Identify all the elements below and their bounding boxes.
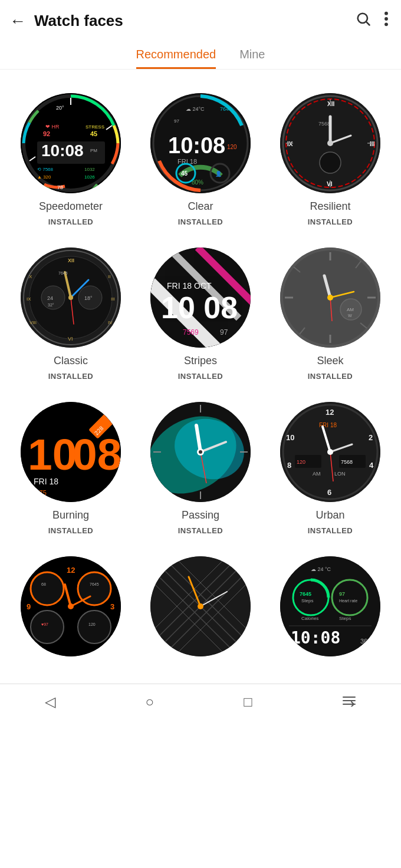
- watch-face-r4: 12 9 3 68 7645 ♥97 120: [21, 556, 121, 656]
- watch-item-urban[interactable]: 12 10 2 8 4 6 FRI 18 120 7568 AM LON: [265, 390, 395, 544]
- svg-text:♥ 75: ♥ 75: [34, 489, 47, 496]
- svg-text:♥97: ♥97: [41, 622, 48, 626]
- watch-face-burning: 10 08 228 FRI 18 ♥ 75: [21, 402, 121, 502]
- svg-text:18°: 18°: [84, 295, 93, 301]
- watch-item-resilient[interactable]: XII III VI IX 7568 AM LON: [265, 81, 395, 236]
- more-options-icon[interactable]: [383, 11, 389, 31]
- svg-text:10: 10: [286, 433, 294, 442]
- svg-text:VIII: VIII: [29, 320, 37, 325]
- svg-point-2: [384, 12, 388, 15]
- svg-text:7645: 7645: [58, 271, 68, 275]
- tab-mine[interactable]: Mine: [239, 48, 265, 69]
- svg-text:97: 97: [339, 591, 345, 597]
- watch-face-r6: ☁ 24 °C 7645 Steps 97 Heart rate Calorie…: [280, 556, 380, 656]
- watch-face-stripes: FRI 18 OCT 10 08 7569 97: [150, 247, 251, 348]
- svg-point-73: [68, 295, 73, 300]
- watch-item-sleek[interactable]: AM W Sleek INSTALLED: [265, 236, 395, 390]
- svg-point-4: [384, 22, 388, 26]
- svg-text:VI: VI: [68, 336, 73, 342]
- svg-text:10 08: 10 08: [161, 291, 238, 325]
- svg-text:10:08: 10:08: [168, 133, 225, 158]
- watch-status-speedometer: INSTALLED: [48, 217, 93, 226]
- svg-point-145: [78, 610, 111, 643]
- svg-text:97: 97: [220, 328, 228, 336]
- svg-text:W: W: [348, 313, 352, 318]
- watch-name-passing: Passing: [182, 509, 219, 522]
- svg-text:LON: LON: [334, 471, 346, 477]
- svg-point-140: [327, 449, 333, 455]
- svg-text:1032: 1032: [84, 167, 95, 172]
- svg-text:IX: IX: [287, 141, 293, 147]
- svg-text:X: X: [29, 274, 32, 279]
- svg-point-176: [332, 580, 367, 615]
- tab-bar: Recommended Mine: [0, 42, 401, 70]
- search-icon[interactable]: [355, 11, 372, 31]
- svg-text:10: 10: [28, 430, 77, 479]
- svg-point-53: [320, 152, 341, 173]
- svg-text:☁ 24 °C: ☁ 24 °C: [311, 566, 331, 572]
- svg-text:7645: 7645: [300, 591, 311, 597]
- svg-text:36: 36: [360, 638, 367, 645]
- svg-text:7568: 7568: [318, 121, 330, 127]
- watch-face-clear: 80% ☁ 24°C 7645 97 10:08 FRI 18 120 45 👤: [150, 93, 251, 193]
- svg-text:⟲ 7568: ⟲ 7568: [37, 167, 54, 172]
- svg-text:68: 68: [41, 582, 46, 586]
- watch-item-r4[interactable]: 12 9 3 68 7645 ♥97 120: [6, 544, 136, 678]
- watch-face-r5: [150, 556, 251, 656]
- svg-text:Steps: Steps: [339, 616, 351, 621]
- svg-text:1026: 1026: [84, 174, 95, 180]
- bottom-navigation: ◁ ○ □: [0, 684, 401, 720]
- svg-text:120: 120: [297, 459, 305, 465]
- watch-item-stripes[interactable]: FRI 18 OCT 10 08 7569 97 Stripes INSTALL…: [136, 236, 265, 390]
- svg-text:97: 97: [174, 118, 179, 124]
- watch-status-sleek: INSTALLED: [308, 372, 353, 381]
- svg-point-97: [327, 295, 333, 301]
- header-actions: [355, 11, 389, 31]
- svg-point-3: [384, 17, 388, 21]
- svg-text:120: 120: [88, 622, 96, 626]
- svg-text:10:08: 10:08: [41, 141, 84, 160]
- svg-text:120: 120: [227, 144, 237, 150]
- watch-item-speedometer[interactable]: ❤ HR 92 STRESS 45 10:08 PM ⟲ 7568 ▲ 320 …: [6, 81, 136, 236]
- watch-face-passing: [150, 402, 251, 502]
- svg-text:PM: PM: [90, 148, 97, 153]
- svg-text:6: 6: [327, 488, 331, 497]
- watch-item-r6[interactable]: ☁ 24 °C 7645 Steps 97 Heart rate Calorie…: [265, 544, 395, 678]
- svg-point-52: [327, 140, 333, 146]
- nav-home-icon[interactable]: ○: [145, 694, 154, 710]
- svg-text:12: 12: [326, 408, 334, 417]
- watch-status-passing: INSTALLED: [178, 526, 223, 535]
- svg-text:☁ 24°C: ☁ 24°C: [186, 106, 205, 112]
- nav-extra-icon[interactable]: [342, 694, 356, 710]
- svg-text:92: 92: [43, 130, 50, 137]
- svg-text:FRI 18 OCT: FRI 18 OCT: [167, 281, 212, 291]
- svg-point-170: [198, 603, 203, 609]
- watch-face-classic: XII II III IV VI VIII IX X 24 18° 32°: [21, 247, 121, 348]
- nav-recent-icon[interactable]: □: [244, 694, 252, 710]
- svg-text:IX: IX: [27, 296, 31, 302]
- watch-item-passing[interactable]: Passing INSTALLED: [136, 390, 265, 544]
- svg-text:AM: AM: [313, 471, 321, 477]
- watch-name-sleek: Sleek: [317, 355, 343, 367]
- svg-text:II: II: [108, 274, 110, 279]
- watch-faces-grid: ❤ HR 92 STRESS 45 10:08 PM ⟲ 7568 ▲ 320 …: [0, 75, 401, 678]
- svg-text:32°: 32°: [48, 303, 54, 307]
- svg-text:FRI 18: FRI 18: [34, 477, 58, 486]
- tab-recommended[interactable]: Recommended: [136, 48, 216, 69]
- watch-status-urban: INSTALLED: [308, 526, 353, 535]
- watch-item-r5[interactable]: [136, 544, 265, 678]
- svg-text:7645: 7645: [90, 582, 99, 586]
- svg-text:XII: XII: [68, 258, 74, 263]
- svg-text:Steps: Steps: [301, 598, 313, 603]
- watch-item-clear[interactable]: 80% ☁ 24°C 7645 97 10:08 FRI 18 120 45 👤…: [136, 81, 265, 236]
- back-button[interactable]: ←: [9, 13, 26, 29]
- svg-text:❤ HR: ❤ HR: [45, 124, 60, 130]
- svg-text:78: 78: [57, 184, 63, 190]
- nav-back-icon[interactable]: ◁: [45, 694, 55, 710]
- svg-text:Calories: Calories: [301, 616, 318, 621]
- watch-status-burning: INSTALLED: [48, 526, 93, 535]
- watch-item-burning[interactable]: 10 08 228 FRI 18 ♥ 75 Burning INSTALLED: [6, 390, 136, 544]
- watch-item-classic[interactable]: XII II III IV VI VIII IX X 24 18° 32°: [6, 236, 136, 390]
- svg-text:45: 45: [90, 130, 97, 137]
- svg-text:XII: XII: [327, 101, 334, 107]
